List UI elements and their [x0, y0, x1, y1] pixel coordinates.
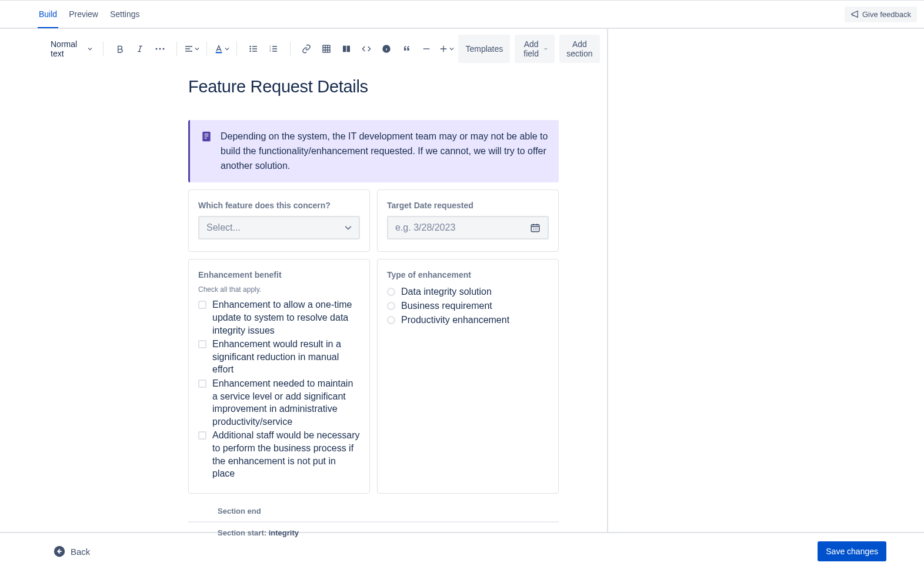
note-panel[interactable]: Depending on the system, the IT developm…: [188, 120, 559, 182]
chevron-down-icon: [88, 46, 92, 52]
type-field-label: Type of enhancement: [387, 270, 549, 279]
benefit-option-label: Enhancement to allow a one-time update t…: [212, 298, 360, 337]
svg-point-19: [533, 229, 534, 231]
section-start-prefix: Section start:: [218, 528, 269, 537]
text-color-button[interactable]: [214, 39, 229, 58]
bullet-list-button[interactable]: [244, 39, 263, 58]
save-changes-button[interactable]: Save changes: [818, 541, 886, 561]
section-start-divider[interactable]: Section start: integrity: [188, 522, 559, 541]
calendar-icon: [530, 222, 541, 233]
chevron-down-icon: [544, 46, 548, 52]
svg-point-5: [250, 48, 251, 49]
checkbox-icon[interactable]: [198, 380, 206, 388]
svg-point-16: [533, 228, 534, 229]
note-text: Depending on the system, the IT developm…: [221, 129, 548, 173]
give-feedback-button[interactable]: Give feedback: [845, 6, 917, 22]
svg-rect-12: [347, 46, 350, 52]
italic-button[interactable]: [131, 39, 149, 58]
benefit-option-label: Enhancement needed to maintain a service…: [212, 377, 360, 428]
chevron-down-icon: [345, 224, 352, 231]
back-button[interactable]: Back: [53, 545, 90, 558]
quote-button[interactable]: [397, 39, 416, 58]
type-field-card[interactable]: Type of enhancement Data integrity solut…: [377, 259, 559, 493]
type-option-label: Productivity enhancement: [401, 314, 509, 327]
svg-point-2: [163, 48, 165, 50]
bold-button[interactable]: [111, 39, 129, 58]
benefit-option[interactable]: Enhancement to allow a one-time update t…: [198, 298, 360, 337]
svg-point-21: [536, 229, 538, 231]
checkbox-icon[interactable]: [198, 431, 206, 440]
tabs: Build Preview Settings: [38, 1, 141, 28]
feedback-label: Give feedback: [862, 10, 911, 19]
target-date-field-card[interactable]: Target Date requested e.g. 3/28/2023: [377, 189, 559, 252]
text-style-dropdown[interactable]: Normal text: [47, 37, 96, 61]
checkbox-icon[interactable]: [198, 340, 206, 348]
type-option[interactable]: Productivity enhancement: [387, 314, 549, 327]
benefit-option[interactable]: Enhancement would result in a significan…: [198, 338, 360, 376]
type-option[interactable]: Data integrity solution: [387, 285, 549, 298]
svg-rect-10: [323, 45, 330, 52]
svg-point-18: [536, 228, 538, 229]
arrow-left-circle-icon: [53, 545, 66, 558]
insert-button[interactable]: [437, 39, 456, 58]
benefit-option[interactable]: Enhancement needed to maintain a service…: [198, 377, 360, 428]
divider-button[interactable]: [417, 39, 436, 58]
editor-toolbar: Normal text 123: [0, 29, 607, 69]
code-button[interactable]: [357, 39, 376, 58]
radio-icon[interactable]: [387, 288, 395, 296]
checkbox-icon[interactable]: [198, 301, 206, 309]
benefit-option-label: Additional staff would be necessary to p…: [212, 429, 360, 480]
back-label: Back: [71, 547, 90, 557]
feature-field-label: Which feature does this concern?: [198, 201, 360, 210]
add-section-button[interactable]: Add section: [559, 35, 600, 63]
type-option[interactable]: Business requirement: [387, 300, 549, 312]
svg-text:3: 3: [269, 49, 271, 52]
more-formatting-button[interactable]: [151, 39, 169, 58]
type-option-label: Data integrity solution: [401, 285, 492, 298]
type-option-label: Business requirement: [401, 300, 492, 312]
table-button[interactable]: [317, 39, 336, 58]
feature-field-card[interactable]: Which feature does this concern? Select.…: [188, 189, 370, 252]
section-start-name: integrity: [269, 528, 299, 537]
info-button[interactable]: [377, 39, 396, 58]
tab-settings[interactable]: Settings: [109, 1, 141, 28]
target-date-input[interactable]: e.g. 3/28/2023: [387, 216, 549, 239]
page-header: Build Preview Settings Give feedback: [0, 1, 924, 29]
svg-point-0: [156, 48, 158, 50]
benefit-option[interactable]: Additional staff would be necessary to p…: [198, 429, 360, 480]
svg-point-1: [159, 48, 161, 50]
benefit-field-hint: Check all that apply.: [198, 285, 360, 294]
layouts-button[interactable]: [337, 39, 356, 58]
chevron-down-icon: [225, 46, 229, 51]
radio-icon[interactable]: [387, 316, 395, 324]
radio-icon[interactable]: [387, 302, 395, 310]
feature-select[interactable]: Select...: [198, 216, 360, 239]
svg-point-4: [250, 46, 251, 46]
text-style-label: Normal text: [51, 39, 84, 58]
svg-point-17: [535, 228, 536, 229]
add-field-button[interactable]: Add field: [515, 35, 555, 63]
add-field-label: Add field: [522, 39, 541, 58]
chevron-down-icon: [449, 46, 454, 51]
benefit-field-card[interactable]: Enhancement benefit Check all that apply…: [188, 259, 370, 493]
feature-select-placeholder: Select...: [206, 222, 241, 233]
target-date-label: Target Date requested: [387, 201, 549, 210]
link-button[interactable]: [297, 39, 316, 58]
section-end-divider[interactable]: Section end: [188, 501, 559, 522]
editor-area: Normal text 123: [0, 29, 608, 532]
benefit-field-label: Enhancement benefit: [198, 270, 360, 279]
templates-button[interactable]: Templates: [458, 35, 510, 63]
numbered-list-button[interactable]: 123: [264, 39, 283, 58]
svg-point-6: [250, 51, 251, 51]
align-button[interactable]: [184, 39, 199, 58]
content-scroll[interactable]: Feature Request Details Depending on the…: [0, 69, 607, 541]
benefit-option-label: Enhancement would result in a significan…: [212, 338, 360, 376]
tab-build[interactable]: Build: [38, 1, 58, 28]
svg-rect-3: [215, 52, 222, 53]
page-title[interactable]: Feature Request Details: [188, 77, 559, 97]
svg-rect-11: [343, 46, 346, 52]
chevron-down-icon: [195, 46, 199, 51]
note-icon: [201, 131, 212, 142]
tab-preview[interactable]: Preview: [68, 1, 99, 28]
right-pane: [608, 29, 924, 532]
